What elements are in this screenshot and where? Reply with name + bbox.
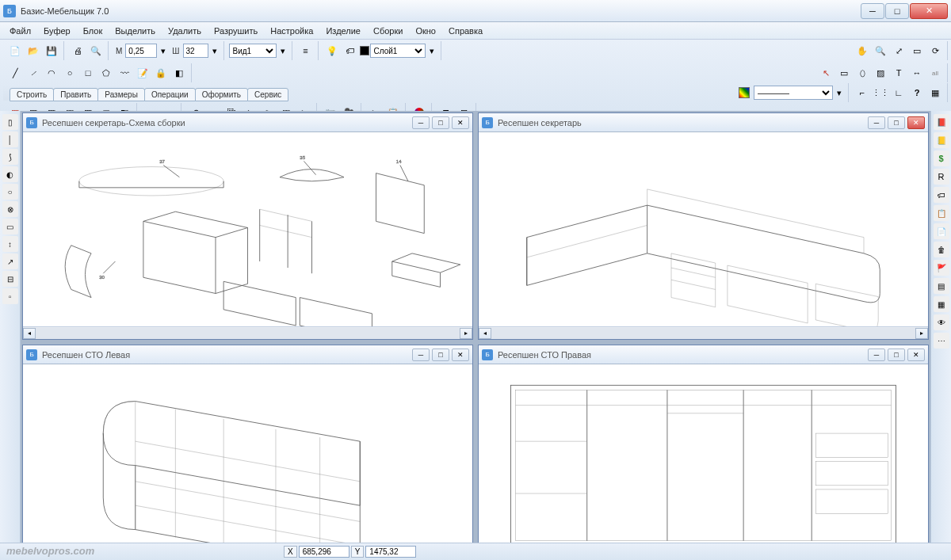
pointer-tool-icon[interactable]: ↖ bbox=[817, 64, 835, 82]
zoom-window-icon[interactable]: ▭ bbox=[908, 42, 926, 59]
pane-close-button[interactable]: ✕ bbox=[452, 349, 469, 361]
print-preview-button[interactable]: 🔍 bbox=[87, 42, 105, 59]
menu-help[interactable]: Справка bbox=[442, 24, 489, 38]
tab-format[interactable]: Оформить bbox=[195, 88, 248, 101]
r-icon[interactable]: R bbox=[934, 169, 949, 185]
m-dropdown-button[interactable]: ▾ bbox=[158, 42, 169, 59]
profile-tool-icon[interactable]: ◐ bbox=[2, 166, 18, 182]
text-icon[interactable]: T bbox=[890, 64, 907, 82]
arrow-tool-icon[interactable]: ↗ bbox=[2, 253, 18, 269]
pane-maximize-button[interactable]: □ bbox=[888, 349, 905, 361]
lasso-select-icon[interactable]: ⬯ bbox=[854, 64, 871, 82]
pane-canvas[interactable] bbox=[479, 132, 928, 326]
pane-scrollbar[interactable]: ◂ ▸ bbox=[23, 326, 472, 339]
notebook-icon[interactable]: 📒 bbox=[934, 132, 949, 148]
misc-side-icon[interactable]: ▫ bbox=[2, 288, 18, 304]
menu-delete[interactable]: Удалить bbox=[162, 24, 208, 38]
pan-icon[interactable]: ✋ bbox=[854, 42, 871, 59]
square-tool-icon[interactable]: □ bbox=[79, 64, 97, 82]
w-dropdown-button[interactable]: ▾ bbox=[209, 42, 220, 59]
menu-select[interactable]: Выделить bbox=[109, 24, 162, 38]
pane-maximize-button[interactable]: □ bbox=[432, 116, 449, 129]
vertical-dim-icon[interactable]: ↕ bbox=[2, 236, 18, 252]
zoom-icon[interactable]: 🔍 bbox=[872, 42, 889, 59]
layer-toggle-button[interactable]: ≡ bbox=[297, 42, 315, 59]
linetype-select[interactable]: ———— bbox=[754, 86, 833, 100]
pane-minimize-button[interactable]: ─ bbox=[412, 349, 430, 361]
zoom-extents-icon[interactable]: ⤢ bbox=[890, 42, 907, 59]
line-tool-icon[interactable]: ╱ bbox=[6, 64, 24, 82]
menu-assemblies[interactable]: Сборки bbox=[367, 24, 409, 38]
eye-icon[interactable]: 👁 bbox=[934, 314, 949, 330]
scroll-right-button[interactable]: ▸ bbox=[915, 328, 928, 339]
tab-ops[interactable]: Операции bbox=[144, 88, 196, 101]
layer-dropdown-button[interactable]: ▾ bbox=[426, 42, 437, 59]
palette-icon[interactable] bbox=[735, 84, 753, 101]
pane-maximize-button[interactable]: □ bbox=[888, 116, 905, 129]
drawer-tool-icon[interactable]: ▭ bbox=[2, 219, 18, 234]
print-button[interactable]: 🖨 bbox=[69, 42, 86, 59]
scroll-left-button[interactable]: ◂ bbox=[23, 328, 36, 339]
view-copy-button[interactable]: ▾ bbox=[277, 42, 288, 59]
pane-canvas[interactable]: 37 35 14 30 bbox=[23, 132, 472, 326]
pane-close-button[interactable]: ✕ bbox=[452, 116, 469, 129]
maximize-button[interactable]: □ bbox=[885, 3, 909, 19]
pane-maximize-button[interactable]: □ bbox=[432, 349, 449, 361]
panel-tool-icon[interactable]: ▯ bbox=[2, 114, 18, 130]
scroll-right-button[interactable]: ▸ bbox=[460, 328, 472, 339]
clipboard-icon[interactable]: 📋 bbox=[934, 205, 949, 221]
arc-tool-icon[interactable]: ◠ bbox=[43, 64, 60, 82]
level-tool-icon[interactable]: ⊟ bbox=[2, 271, 18, 287]
menu-window[interactable]: Окно bbox=[409, 24, 442, 38]
redraw-icon[interactable]: ⟳ bbox=[926, 42, 944, 59]
w-input[interactable] bbox=[183, 44, 208, 58]
pane-minimize-button[interactable]: ─ bbox=[868, 349, 885, 361]
linetype-dropdown-button[interactable]: ▾ bbox=[834, 84, 845, 101]
trash-icon[interactable]: 🗑 bbox=[934, 242, 949, 257]
all-icon[interactable]: all bbox=[926, 64, 944, 82]
pane-scrollbar[interactable]: ◂ ▸ bbox=[479, 326, 928, 339]
layer-select[interactable]: Слой1 bbox=[370, 44, 426, 58]
hole-tool-icon[interactable]: ○ bbox=[2, 184, 18, 200]
close-button[interactable]: ✕ bbox=[910, 3, 948, 19]
help-icon[interactable]: ? bbox=[908, 84, 926, 101]
scroll-left-button[interactable]: ◂ bbox=[479, 328, 491, 339]
pane-canvas[interactable] bbox=[23, 364, 472, 558]
hinge-tool-icon[interactable]: ⊗ bbox=[2, 201, 18, 217]
hatch-icon[interactable]: ▨ bbox=[872, 64, 889, 82]
note-tool-icon[interactable]: 📝 bbox=[134, 64, 151, 82]
curve-tool-icon[interactable]: ⟆ bbox=[2, 149, 18, 165]
grid-icon[interactable]: ▦ bbox=[934, 296, 949, 312]
more-icon[interactable]: ⋯ bbox=[934, 333, 949, 349]
snap-ortho-icon[interactable]: ∟ bbox=[890, 84, 907, 101]
polyline-tool-icon[interactable]: ⟋ bbox=[25, 64, 42, 82]
spline-tool-icon[interactable]: 〰 bbox=[116, 64, 133, 82]
m-input[interactable] bbox=[125, 44, 157, 58]
report-icon[interactable]: 📄 bbox=[934, 223, 949, 239]
dollar-icon[interactable]: $ bbox=[934, 150, 949, 166]
pane-close-button[interactable]: ✕ bbox=[907, 349, 925, 361]
bulb-icon[interactable]: 💡 bbox=[323, 42, 341, 59]
circle-tool-icon[interactable]: ○ bbox=[61, 64, 78, 82]
menu-destroy[interactable]: Разрушить bbox=[208, 24, 264, 38]
menu-product[interactable]: Изделие bbox=[319, 24, 367, 38]
tag-icon[interactable]: 🏷 bbox=[342, 42, 359, 59]
view-select[interactable]: Вид1 bbox=[229, 44, 277, 58]
menu-buffer[interactable]: Буфер bbox=[37, 24, 77, 38]
props-icon[interactable]: ▦ bbox=[926, 84, 944, 101]
pane-close-button[interactable]: ✕ bbox=[907, 116, 925, 129]
tab-edit[interactable]: Править bbox=[53, 88, 98, 101]
color-swatch[interactable] bbox=[360, 46, 369, 55]
tab-service[interactable]: Сервис bbox=[247, 88, 288, 101]
snap-grid-icon[interactable]: ⋮⋮ bbox=[872, 84, 889, 101]
tab-build[interactable]: Строить bbox=[10, 88, 54, 101]
label-icon[interactable]: 🏷 bbox=[934, 187, 949, 203]
edge-tool-icon[interactable]: │ bbox=[2, 131, 18, 147]
dimension-icon[interactable]: ↔ bbox=[908, 64, 926, 82]
flag-icon[interactable]: 🚩 bbox=[934, 260, 949, 276]
open-button[interactable]: 📂 bbox=[25, 42, 42, 59]
book-icon[interactable]: 📕 bbox=[934, 114, 949, 130]
rect-select-icon[interactable]: ▭ bbox=[835, 64, 853, 82]
tab-sizes[interactable]: Размеры bbox=[97, 88, 145, 101]
pane-minimize-button[interactable]: ─ bbox=[868, 116, 885, 129]
